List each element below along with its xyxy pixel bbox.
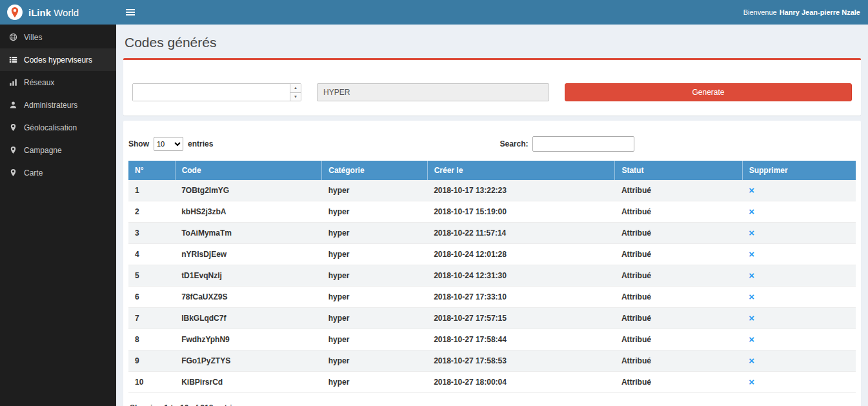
cell-delete: ×	[742, 350, 856, 372]
delete-icon[interactable]: ×	[749, 355, 754, 366]
cell-code: KiBPirsrCd	[175, 372, 322, 393]
table-row: 5tD1EvqNzIjhyper2018-10-24 12:31:30Attri…	[128, 265, 856, 287]
delete-icon[interactable]: ×	[749, 206, 754, 217]
cell-category: hyper	[322, 350, 427, 372]
entries-summary: Showing 1 to 10 of 218 entries	[130, 403, 856, 406]
cell-status: Attribué	[615, 223, 742, 244]
column-header-5[interactable]: Statut	[615, 161, 742, 180]
delete-icon[interactable]: ×	[749, 185, 754, 196]
cell-created: 2018-10-27 17:33:10	[427, 287, 615, 308]
hamburger-menu-icon[interactable]	[116, 0, 145, 25]
column-header-4[interactable]: Créer le	[427, 161, 615, 180]
delete-icon[interactable]: ×	[749, 291, 754, 302]
sidebar-item-label: Carte	[24, 168, 43, 178]
sidebar-item-reseaux[interactable]: Réseaux	[0, 71, 116, 94]
cell-category: hyper	[322, 201, 427, 223]
cell-num: 5	[128, 265, 175, 287]
cell-code: nYRIsDjEew	[175, 244, 322, 265]
cell-created: 2018-10-24 12:31:30	[427, 265, 615, 287]
cell-created: 2018-10-27 17:58:53	[427, 350, 615, 372]
globe-icon	[9, 33, 18, 42]
sidebar-menu: VillesCodes hyperviseursRéseauxAdministr…	[0, 26, 116, 184]
column-header-1[interactable]: N°	[128, 161, 175, 180]
cell-num: 1	[128, 180, 175, 201]
cell-code: IBkGLqdC7f	[175, 308, 322, 329]
sidebar-item-label: Réseaux	[24, 78, 54, 87]
column-header-3[interactable]: Catégorie	[322, 161, 427, 180]
main-content: Codes générés ▲ ▼ Generate Show 10 entri…	[116, 25, 868, 406]
cell-code: FGo1PyZTYS	[175, 350, 322, 372]
sidebar-item-label: Administrateurs	[24, 101, 77, 110]
cell-category: hyper	[322, 180, 427, 201]
cell-created: 2018-10-27 17:57:15	[427, 308, 615, 329]
table-row: 3ToAiMymaTmhyper2018-10-22 11:57:14Attri…	[128, 223, 856, 244]
delete-icon[interactable]: ×	[749, 249, 754, 259]
delete-icon[interactable]: ×	[749, 227, 754, 238]
show-label: Show	[128, 139, 149, 148]
table-controls: Show 10 entries Search:	[128, 136, 856, 152]
brand[interactable]: iLink World	[0, 0, 116, 25]
sidebar-item-label: Codes hyperviseurs	[24, 56, 92, 65]
spinner-down-icon[interactable]: ▼	[290, 93, 301, 101]
column-header-2[interactable]: Code	[175, 161, 322, 180]
column-header-6[interactable]: Supprimer	[742, 161, 856, 180]
sidebar-item-villes[interactable]: Villes	[0, 26, 116, 48]
cell-category: hyper	[322, 372, 427, 393]
quantity-stepper[interactable]: ▲ ▼	[132, 83, 301, 101]
map-pin-icon	[9, 146, 18, 155]
cell-created: 2018-10-17 13:22:23	[427, 180, 615, 201]
cell-num: 9	[128, 350, 175, 372]
cell-delete: ×	[742, 308, 856, 329]
cell-status: Attribué	[615, 350, 742, 372]
user-name: Hanry Jean-pierre Nzale	[780, 8, 860, 16]
stepper-buttons: ▲ ▼	[290, 84, 301, 101]
cell-num: 6	[128, 287, 175, 308]
cell-status: Attribué	[615, 372, 742, 393]
sidebar-item-carte[interactable]: Carte	[0, 161, 116, 184]
cell-code: FwdhzYphN9	[175, 329, 322, 350]
table-row: 2kbHS2j3zbAhyper2018-10-17 15:19:00Attri…	[128, 201, 856, 223]
sidebar-item-campagne[interactable]: Campagne	[0, 139, 116, 161]
cell-status: Attribué	[615, 287, 742, 308]
sidebar-item-codes-hyperviseurs[interactable]: Codes hyperviseurs	[0, 48, 116, 71]
codes-table-panel: Show 10 entries Search: N°CodeCatégorieC…	[123, 121, 861, 406]
table-row: 10KiBPirsrCdhyper2018-10-27 18:00:04Attr…	[128, 372, 856, 393]
page-length-select[interactable]: 10	[154, 137, 183, 151]
app-logo-icon	[6, 4, 23, 21]
table-row: 678fCaUXZ9Shyper2018-10-27 17:33:10Attri…	[128, 287, 856, 308]
sidebar-item-administrateurs[interactable]: Administrateurs	[0, 94, 116, 116]
signal-bars-icon	[9, 78, 18, 87]
delete-icon[interactable]: ×	[749, 376, 754, 387]
cell-delete: ×	[742, 244, 856, 265]
cell-delete: ×	[742, 223, 856, 244]
table-row: 8FwdhzYphN9hyper2018-10-27 17:58:44Attri…	[128, 329, 856, 350]
delete-icon[interactable]: ×	[749, 270, 754, 281]
table-row: 7IBkGLqdC7fhyper2018-10-27 17:57:15Attri…	[128, 308, 856, 329]
cell-delete: ×	[742, 372, 856, 393]
quantity-input[interactable]	[133, 84, 290, 101]
cell-num: 10	[128, 372, 175, 393]
generate-button[interactable]: Generate	[565, 83, 852, 101]
delete-icon[interactable]: ×	[749, 312, 754, 323]
codes-table: N°CodeCatégorieCréer leStatutSupprimer 1…	[128, 161, 856, 393]
category-field[interactable]	[317, 83, 549, 101]
map-pin-icon	[9, 168, 18, 178]
cell-code: ToAiMymaTm	[175, 223, 322, 244]
cell-category: hyper	[322, 265, 427, 287]
cell-delete: ×	[742, 201, 856, 223]
sidebar-item-geolocalisation[interactable]: Géolocalisation	[0, 116, 116, 139]
sidebar: VillesCodes hyperviseursRéseauxAdministr…	[0, 25, 116, 406]
map-pin-icon	[9, 123, 18, 132]
cell-code: tD1EvqNzIj	[175, 265, 322, 287]
spinner-up-icon[interactable]: ▲	[290, 84, 301, 93]
cell-category: hyper	[322, 223, 427, 244]
cell-created: 2018-10-27 18:00:04	[427, 372, 615, 393]
generate-form-row: ▲ ▼ Generate	[132, 83, 852, 101]
cell-num: 3	[128, 223, 175, 244]
delete-icon[interactable]: ×	[749, 334, 754, 345]
cell-num: 2	[128, 201, 175, 223]
search-input[interactable]	[532, 136, 634, 152]
cell-delete: ×	[742, 180, 856, 201]
cell-num: 8	[128, 329, 175, 350]
cell-created: 2018-10-22 11:57:14	[427, 223, 615, 244]
